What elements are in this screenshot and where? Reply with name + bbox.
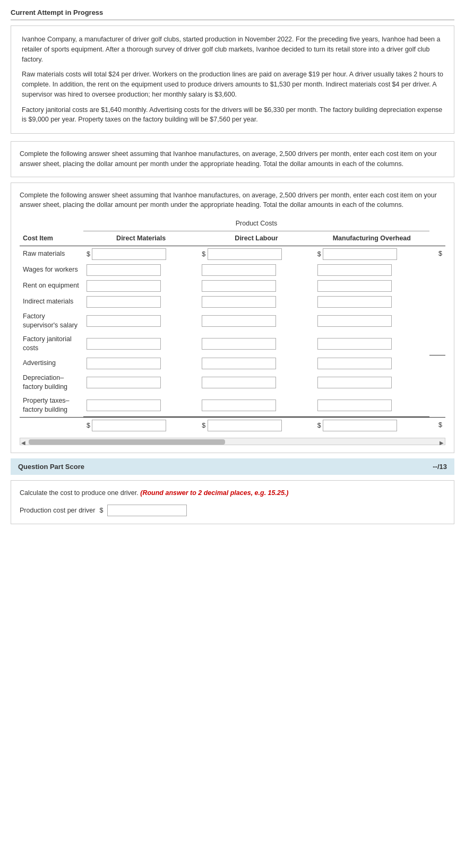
total-dm-input[interactable] — [92, 420, 166, 431]
production-cost-input[interactable] — [107, 505, 187, 516]
production-cost-label: Production cost per driver — [20, 507, 95, 514]
rent-moh-input[interactable] — [317, 280, 392, 292]
property-taxes-dl-input[interactable] — [202, 400, 276, 411]
production-cost-row: Production cost per driver $ — [20, 505, 445, 516]
col-header-direct-labour: Direct Labour — [199, 231, 314, 246]
advertising-dl-input[interactable] — [202, 358, 276, 369]
col-header-manufacturing-overhead: Manufacturing Overhead — [314, 231, 429, 246]
indirect-moh-input[interactable] — [317, 296, 392, 308]
raw-total-dollar: $ — [429, 246, 445, 262]
column-headers-row: Cost Item Direct Materials Direct Labour… — [20, 231, 445, 246]
col-header-direct-materials: Direct Materials — [83, 231, 199, 246]
advertising-moh-input[interactable] — [317, 358, 392, 369]
intro-para2: Raw materials costs will total $24 per d… — [22, 70, 443, 99]
janitorial-dl-input[interactable] — [202, 338, 276, 350]
intro-para1: Ivanhoe Company, a manufacturer of drive… — [22, 34, 443, 64]
property-taxes-dm-input[interactable] — [87, 400, 161, 411]
cost-item-label: Depreciation–factory building — [20, 371, 83, 394]
calc-round-instruction: (Round answer to 2 decimal places, e.g. … — [140, 489, 288, 497]
col-header-cost-item: Cost Item — [20, 231, 83, 246]
product-costs-header: Product Costs — [83, 216, 429, 231]
supervisor-dl-input[interactable] — [202, 315, 276, 327]
cost-item-label: Wages for workers — [20, 262, 83, 278]
cost-item-label: Factory janitorial costs — [20, 333, 83, 355]
question-score-bar: Question Part Score --/13 — [11, 458, 454, 475]
raw-dm-dollar: $ — [83, 246, 199, 262]
janitorial-moh-input[interactable] — [317, 338, 392, 350]
rent-dl-input[interactable] — [202, 280, 276, 292]
table-row: Wages for workers — [20, 262, 445, 278]
intro-box: Ivanhoe Company, a manufacturer of drive… — [11, 25, 454, 134]
depreciation-moh-input[interactable] — [317, 377, 392, 388]
raw-moh-dollar: $ — [314, 246, 429, 262]
raw-dl-dollar: $ — [199, 246, 314, 262]
score-value: --/13 — [433, 463, 447, 471]
table-row: Rent on equipment — [20, 278, 445, 294]
table-section: Complete the following answer sheet assu… — [11, 183, 454, 454]
score-label: Question Part Score — [18, 463, 84, 471]
cost-item-label: Property taxes–factory building — [20, 394, 83, 418]
intro-para3: Factory janitorial costs are $1,640 mont… — [22, 105, 443, 125]
cost-item-label: Indirect materials — [20, 294, 83, 310]
totals-row: $ $ $ $ — [20, 417, 445, 433]
calculate-box: Calculate the cost to produce one driver… — [11, 480, 454, 524]
cost-item-label: Rent on equipment — [20, 278, 83, 294]
current-attempt-header: Current Attempt in Progress — [11, 8, 454, 20]
calc-instruction: Calculate the cost to produce one driver… — [20, 488, 445, 498]
instruction2-text: Complete the following answer sheet assu… — [20, 190, 445, 211]
table-row: Factory janitorial costs — [20, 333, 445, 355]
wages-moh-input[interactable] — [317, 264, 392, 276]
indirect-dm-input[interactable] — [87, 296, 161, 308]
wages-dl-input[interactable] — [202, 264, 276, 276]
depreciation-dl-input[interactable] — [202, 377, 276, 388]
raw-materials-moh-input[interactable] — [323, 248, 397, 260]
cost-table-wrapper: Product Costs Cost Item Direct Materials… — [20, 216, 445, 445]
production-dollar-sign: $ — [99, 507, 103, 514]
advertising-dm-input[interactable] — [87, 358, 161, 369]
table-row: Depreciation–factory building — [20, 371, 445, 394]
cost-item-label: Advertising — [20, 355, 83, 371]
table-row: Property taxes–factory building — [20, 394, 445, 418]
table-row: Indirect materials — [20, 294, 445, 310]
table-row: Advertising — [20, 355, 445, 371]
rent-dm-input[interactable] — [87, 280, 161, 292]
supervisor-moh-input[interactable] — [317, 315, 392, 327]
supervisor-dm-input[interactable] — [87, 315, 161, 327]
total-dl-input[interactable] — [208, 420, 282, 431]
janitorial-dm-input[interactable] — [87, 338, 161, 350]
instruction1-text: Complete the following answer sheet assu… — [20, 150, 437, 168]
calc-instruction-text: Calculate the cost to produce one driver… — [20, 489, 139, 497]
table-row: Raw materials $ $ $ $ — [20, 246, 445, 262]
raw-materials-dm-input[interactable] — [92, 248, 166, 260]
indirect-dl-input[interactable] — [202, 296, 276, 308]
wages-dm-input[interactable] — [87, 264, 161, 276]
cost-item-label: Factory supervisor's salary — [20, 310, 83, 333]
cost-table: Product Costs Cost Item Direct Materials… — [20, 216, 445, 433]
product-costs-header-row: Product Costs — [20, 216, 445, 231]
property-taxes-moh-input[interactable] — [317, 400, 392, 411]
total-moh-input[interactable] — [323, 420, 397, 431]
depreciation-dm-input[interactable] — [87, 377, 161, 388]
instruction-box-1: Complete the following answer sheet assu… — [11, 141, 454, 177]
raw-materials-dl-input[interactable] — [208, 248, 282, 260]
cost-item-label: Raw materials — [20, 246, 83, 262]
table-row: Factory supervisor's salary — [20, 310, 445, 333]
